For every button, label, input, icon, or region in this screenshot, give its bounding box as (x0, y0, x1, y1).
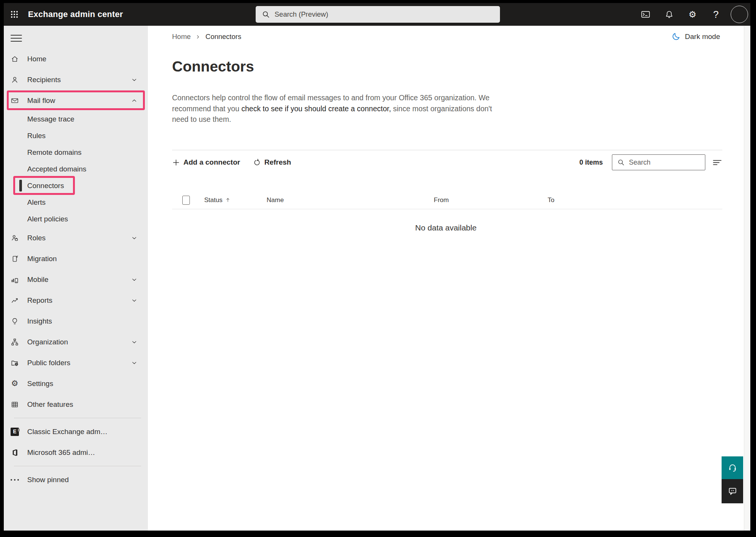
page-description: Connectors help control the flow of emai… (172, 92, 494, 125)
column-header-name[interactable]: Name (267, 196, 434, 204)
sidebar-item-label: Message trace (27, 115, 75, 123)
filter-button[interactable] (712, 157, 722, 168)
account-avatar[interactable] (731, 6, 748, 23)
moon-icon (671, 32, 681, 41)
sidebar-item-show-pinned[interactable]: Show pinned (4, 469, 148, 490)
sidebar-item-mobile[interactable]: Mobile (4, 269, 148, 290)
breadcrumb-home-link[interactable]: Home (172, 33, 191, 41)
sidebar-item-settings[interactable]: ⚙ Settings (4, 373, 148, 394)
sidebar-item-alert-policies[interactable]: Alert policies (4, 211, 148, 227)
sidebar-item-label: Public folders (27, 359, 70, 367)
add-connector-button[interactable]: Add a connector (172, 158, 240, 167)
headset-icon (728, 463, 737, 473)
sidebar-item-label: Settings (27, 380, 53, 388)
sidebar-item-label: Alert policies (27, 215, 68, 223)
reports-icon (11, 296, 19, 305)
sidebar-item-label: Home (27, 55, 47, 63)
sidebar-item-message-trace[interactable]: Message trace (4, 111, 148, 128)
dark-mode-label: Dark mode (685, 33, 720, 41)
items-count: 0 items (579, 159, 603, 167)
sidebar-item-reports[interactable]: Reports (4, 290, 148, 311)
page-scrollbar[interactable] (744, 26, 750, 531)
classic-exchange-logo-icon: E (11, 428, 19, 436)
people-icon (11, 76, 19, 84)
sidebar-item-recipients[interactable]: Recipients (4, 69, 148, 90)
sidebar-item-roles[interactable]: Roles (4, 227, 148, 248)
sidebar-divider (14, 418, 141, 418)
refresh-button[interactable]: Refresh (253, 158, 291, 167)
sidebar-item-accepted-domains[interactable]: Accepted domains (4, 161, 148, 177)
column-header-status[interactable]: Status (204, 196, 267, 204)
sidebar-item-label: Migration (27, 255, 57, 263)
sidebar-item-label: Rules (27, 132, 46, 140)
exchange-admin-center-window: Exchange admin center ⚙ (4, 3, 750, 531)
waffle-icon (10, 10, 19, 19)
ellipsis-icon (11, 476, 19, 484)
topbar-icon-group: ⚙ ? (634, 3, 748, 26)
sidebar-item-migration[interactable]: Migration (4, 248, 148, 269)
filter-icon (712, 157, 722, 168)
sidebar-item-remote-domains[interactable]: Remote domains (4, 144, 148, 161)
sidebar-item-other-features[interactable]: Other features (4, 394, 148, 415)
sidebar-item-classic-exchange-admin[interactable]: E Classic Exchange adm… (4, 421, 148, 442)
notifications-button[interactable] (657, 3, 681, 26)
help-button[interactable]: ? (704, 3, 728, 26)
select-all-checkbox[interactable] (182, 196, 190, 205)
sidebar-item-label: Other features (27, 400, 73, 409)
chevron-right-icon (195, 34, 201, 40)
powershell-button[interactable] (634, 3, 657, 26)
chevron-down-icon (131, 276, 138, 283)
plus-icon (172, 159, 180, 167)
sidebar-item-public-folders[interactable]: Public folders (4, 352, 148, 373)
sidebar-item-microsoft-365-admin[interactable]: Microsoft 365 admi… (4, 442, 148, 463)
create-connector-check-link[interactable]: check to see if you should create a conn… (241, 104, 391, 113)
sidebar-item-insights[interactable]: Insights (4, 311, 148, 332)
sidebar-item-label: Show pinned (27, 476, 69, 484)
sidebar-item-label: Classic Exchange adm… (27, 428, 107, 436)
sidebar-item-label: Recipients (27, 76, 61, 84)
column-label: From (434, 196, 449, 204)
home-icon (11, 55, 19, 63)
table-header-checkbox-cell (172, 196, 204, 205)
chevron-down-icon (131, 297, 138, 304)
sidebar-item-label: Mobile (27, 276, 48, 284)
sidebar-item-label: Reports (27, 296, 53, 305)
sidebar-item-rules[interactable]: Rules (4, 128, 148, 144)
sidebar-item-connectors[interactable]: Connectors (4, 177, 148, 194)
feedback-button[interactable] (722, 479, 743, 503)
sidebar-item-label: Alerts (27, 198, 46, 207)
breadcrumb: Home Connectors (172, 33, 241, 41)
main-content: Home Connectors Dark mode Connectors Con… (148, 26, 744, 531)
page-title: Connectors (172, 58, 254, 75)
global-search-input[interactable] (275, 10, 479, 19)
collapse-nav-button[interactable] (11, 33, 22, 43)
sidebar-item-mail-flow[interactable]: Mail flow (4, 90, 148, 111)
sidebar-item-label: Remote domains (27, 148, 82, 157)
gear-icon: ⚙ (689, 10, 697, 19)
global-search-box[interactable] (256, 6, 500, 23)
settings-button[interactable]: ⚙ (681, 3, 704, 26)
sidebar-item-label: Organization (27, 338, 68, 346)
mail-icon (11, 97, 19, 105)
empty-state-message: No data available (148, 223, 744, 232)
chevron-down-icon (131, 360, 138, 366)
sidebar-item-home[interactable]: Home (4, 48, 148, 69)
table-header-row: Status Name From To (172, 191, 722, 209)
refresh-label: Refresh (264, 158, 291, 167)
sidebar-item-organization[interactable]: Organization (4, 332, 148, 352)
sidebar-item-label: Connectors (27, 182, 64, 190)
column-header-from[interactable]: From (434, 196, 548, 204)
column-label: Status (204, 196, 222, 204)
search-icon (262, 10, 270, 19)
list-search-input[interactable] (629, 159, 693, 167)
bell-icon (664, 10, 674, 19)
top-app-bar: Exchange admin center ⚙ (4, 3, 750, 26)
sidebar-item-alerts[interactable]: Alerts (4, 194, 148, 211)
column-header-to[interactable]: To (548, 196, 722, 204)
list-search-box[interactable] (612, 154, 705, 170)
app-launcher-button[interactable] (4, 3, 25, 26)
column-label: Name (267, 196, 284, 204)
sidebar-item-label: Roles (27, 234, 46, 242)
dark-mode-toggle[interactable]: Dark mode (671, 32, 720, 41)
support-button[interactable] (722, 456, 743, 479)
